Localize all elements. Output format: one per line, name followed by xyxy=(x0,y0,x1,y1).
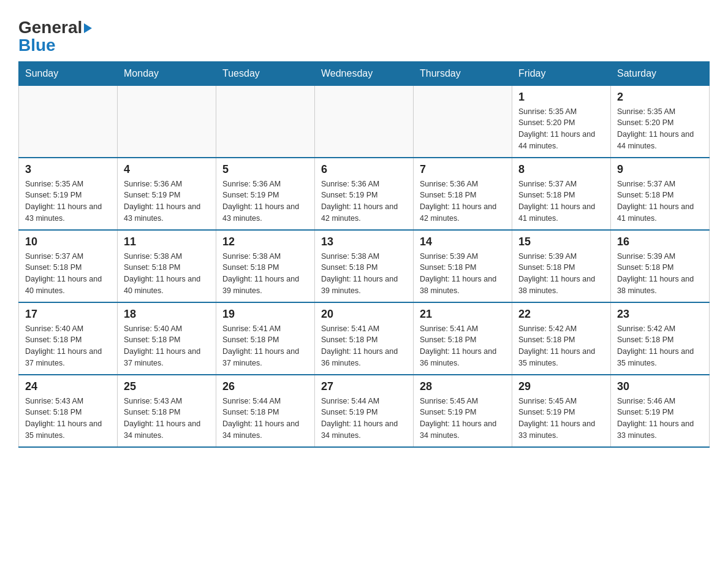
day-info: Sunrise: 5:42 AMSunset: 5:18 PMDaylight:… xyxy=(518,323,604,369)
calendar-cell: 13Sunrise: 5:38 AMSunset: 5:18 PMDayligh… xyxy=(315,230,414,302)
day-info: Sunrise: 5:38 AMSunset: 5:18 PMDaylight:… xyxy=(321,251,407,297)
calendar-cell: 1Sunrise: 5:35 AMSunset: 5:20 PMDaylight… xyxy=(512,85,611,158)
day-number: 10 xyxy=(25,236,111,248)
logo-blue-text: Blue xyxy=(18,36,92,55)
day-info: Sunrise: 5:35 AMSunset: 5:20 PMDaylight:… xyxy=(518,106,604,152)
day-number: 22 xyxy=(518,308,604,321)
calendar-cell: 28Sunrise: 5:45 AMSunset: 5:19 PMDayligh… xyxy=(414,375,512,447)
day-number: 18 xyxy=(124,308,210,321)
calendar-cell: 11Sunrise: 5:38 AMSunset: 5:18 PMDayligh… xyxy=(118,230,216,302)
calendar-cell: 17Sunrise: 5:40 AMSunset: 5:18 PMDayligh… xyxy=(19,302,118,375)
calendar-cell: 6Sunrise: 5:36 AMSunset: 5:19 PMDaylight… xyxy=(315,158,414,230)
weekday-header-row: SundayMondayTuesdayWednesdayThursdayFrid… xyxy=(19,61,710,85)
day-number: 28 xyxy=(420,380,506,393)
day-number: 8 xyxy=(518,163,604,176)
day-number: 21 xyxy=(420,308,506,321)
calendar-cell: 2Sunrise: 5:35 AMSunset: 5:20 PMDaylight… xyxy=(611,85,710,158)
calendar-cell: 14Sunrise: 5:39 AMSunset: 5:18 PMDayligh… xyxy=(414,230,512,302)
day-info: Sunrise: 5:36 AMSunset: 5:19 PMDaylight:… xyxy=(222,178,308,224)
weekday-header-monday: Monday xyxy=(118,61,216,85)
logo[interactable]: General Blue xyxy=(18,18,92,55)
day-number: 6 xyxy=(321,163,407,176)
calendar-cell xyxy=(118,85,216,158)
day-number: 25 xyxy=(124,380,210,393)
calendar-week-1: 1Sunrise: 5:35 AMSunset: 5:20 PMDaylight… xyxy=(19,85,710,158)
calendar-cell: 18Sunrise: 5:40 AMSunset: 5:18 PMDayligh… xyxy=(118,302,216,375)
day-info: Sunrise: 5:43 AMSunset: 5:18 PMDaylight:… xyxy=(25,396,111,442)
calendar-week-4: 17Sunrise: 5:40 AMSunset: 5:18 PMDayligh… xyxy=(19,302,710,375)
day-info: Sunrise: 5:43 AMSunset: 5:18 PMDaylight:… xyxy=(124,396,210,442)
day-info: Sunrise: 5:41 AMSunset: 5:18 PMDaylight:… xyxy=(420,323,506,369)
day-number: 12 xyxy=(222,236,308,248)
day-number: 26 xyxy=(222,380,308,393)
day-info: Sunrise: 5:41 AMSunset: 5:18 PMDaylight:… xyxy=(321,323,407,369)
day-info: Sunrise: 5:45 AMSunset: 5:19 PMDaylight:… xyxy=(518,396,604,442)
calendar-cell: 12Sunrise: 5:38 AMSunset: 5:18 PMDayligh… xyxy=(216,230,315,302)
calendar-cell xyxy=(414,85,512,158)
day-number: 24 xyxy=(25,380,111,393)
day-number: 27 xyxy=(321,380,407,393)
calendar-cell: 30Sunrise: 5:46 AMSunset: 5:19 PMDayligh… xyxy=(611,375,710,447)
day-number: 13 xyxy=(321,236,407,248)
calendar-cell: 19Sunrise: 5:41 AMSunset: 5:18 PMDayligh… xyxy=(216,302,315,375)
calendar-cell xyxy=(315,85,414,158)
day-number: 14 xyxy=(420,236,506,248)
calendar-table: SundayMondayTuesdayWednesdayThursdayFrid… xyxy=(18,61,710,448)
calendar-cell xyxy=(216,85,315,158)
calendar-cell: 3Sunrise: 5:35 AMSunset: 5:19 PMDaylight… xyxy=(19,158,118,230)
day-info: Sunrise: 5:39 AMSunset: 5:18 PMDaylight:… xyxy=(617,251,703,297)
day-number: 3 xyxy=(25,163,111,176)
calendar-cell: 7Sunrise: 5:36 AMSunset: 5:18 PMDaylight… xyxy=(414,158,512,230)
day-number: 9 xyxy=(617,163,703,176)
day-number: 19 xyxy=(222,308,308,321)
day-info: Sunrise: 5:35 AMSunset: 5:20 PMDaylight:… xyxy=(617,106,703,152)
calendar-cell: 21Sunrise: 5:41 AMSunset: 5:18 PMDayligh… xyxy=(414,302,512,375)
day-number: 23 xyxy=(617,308,703,321)
day-info: Sunrise: 5:41 AMSunset: 5:18 PMDaylight:… xyxy=(222,323,308,369)
calendar-cell: 20Sunrise: 5:41 AMSunset: 5:18 PMDayligh… xyxy=(315,302,414,375)
day-info: Sunrise: 5:38 AMSunset: 5:18 PMDaylight:… xyxy=(124,251,210,297)
calendar-cell: 10Sunrise: 5:37 AMSunset: 5:18 PMDayligh… xyxy=(19,230,118,302)
calendar-cell: 9Sunrise: 5:37 AMSunset: 5:18 PMDaylight… xyxy=(611,158,710,230)
day-number: 11 xyxy=(124,236,210,248)
day-info: Sunrise: 5:40 AMSunset: 5:18 PMDaylight:… xyxy=(25,323,111,369)
calendar-cell: 24Sunrise: 5:43 AMSunset: 5:18 PMDayligh… xyxy=(19,375,118,447)
logo-triangle-icon xyxy=(84,23,92,33)
calendar-cell: 5Sunrise: 5:36 AMSunset: 5:19 PMDaylight… xyxy=(216,158,315,230)
day-info: Sunrise: 5:37 AMSunset: 5:18 PMDaylight:… xyxy=(25,251,111,297)
calendar-cell: 27Sunrise: 5:44 AMSunset: 5:19 PMDayligh… xyxy=(315,375,414,447)
day-number: 2 xyxy=(617,91,703,104)
day-info: Sunrise: 5:40 AMSunset: 5:18 PMDaylight:… xyxy=(124,323,210,369)
day-info: Sunrise: 5:35 AMSunset: 5:19 PMDaylight:… xyxy=(25,178,111,224)
calendar-cell: 26Sunrise: 5:44 AMSunset: 5:18 PMDayligh… xyxy=(216,375,315,447)
calendar-cell: 29Sunrise: 5:45 AMSunset: 5:19 PMDayligh… xyxy=(512,375,611,447)
day-number: 17 xyxy=(25,308,111,321)
weekday-header-thursday: Thursday xyxy=(414,61,512,85)
day-info: Sunrise: 5:44 AMSunset: 5:19 PMDaylight:… xyxy=(321,396,407,442)
calendar-cell: 25Sunrise: 5:43 AMSunset: 5:18 PMDayligh… xyxy=(118,375,216,447)
calendar-cell: 8Sunrise: 5:37 AMSunset: 5:18 PMDaylight… xyxy=(512,158,611,230)
day-number: 29 xyxy=(518,380,604,393)
weekday-header-friday: Friday xyxy=(512,61,611,85)
day-number: 4 xyxy=(124,163,210,176)
day-number: 20 xyxy=(321,308,407,321)
day-number: 16 xyxy=(617,236,703,248)
day-info: Sunrise: 5:46 AMSunset: 5:19 PMDaylight:… xyxy=(617,396,703,442)
day-number: 1 xyxy=(518,91,604,104)
logo-general-text: General xyxy=(18,18,82,37)
calendar-cell: 23Sunrise: 5:42 AMSunset: 5:18 PMDayligh… xyxy=(611,302,710,375)
calendar-cell: 16Sunrise: 5:39 AMSunset: 5:18 PMDayligh… xyxy=(611,230,710,302)
day-info: Sunrise: 5:45 AMSunset: 5:19 PMDaylight:… xyxy=(420,396,506,442)
day-info: Sunrise: 5:39 AMSunset: 5:18 PMDaylight:… xyxy=(518,251,604,297)
day-info: Sunrise: 5:36 AMSunset: 5:18 PMDaylight:… xyxy=(420,178,506,224)
weekday-header-wednesday: Wednesday xyxy=(315,61,414,85)
page-header: General Blue xyxy=(18,12,710,55)
day-number: 30 xyxy=(617,380,703,393)
calendar-cell: 15Sunrise: 5:39 AMSunset: 5:18 PMDayligh… xyxy=(512,230,611,302)
day-number: 5 xyxy=(222,163,308,176)
weekday-header-tuesday: Tuesday xyxy=(216,61,315,85)
day-info: Sunrise: 5:36 AMSunset: 5:19 PMDaylight:… xyxy=(124,178,210,224)
weekday-header-saturday: Saturday xyxy=(611,61,710,85)
day-info: Sunrise: 5:37 AMSunset: 5:18 PMDaylight:… xyxy=(617,178,703,224)
weekday-header-sunday: Sunday xyxy=(19,61,118,85)
